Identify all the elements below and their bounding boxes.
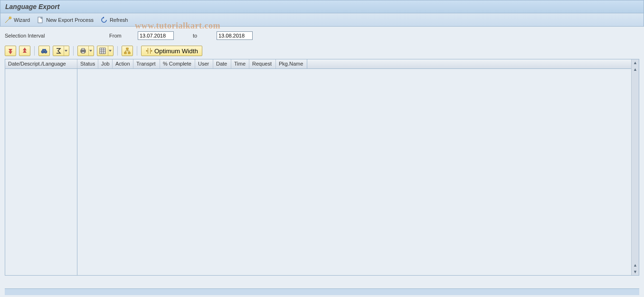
alv-grid: Date/Descript./Language Status Job Actio…	[5, 59, 639, 276]
refresh-label: Refresh	[110, 17, 128, 23]
svg-marker-9	[9, 51, 12, 54]
svg-rect-14	[42, 49, 46, 50]
to-label: to	[193, 33, 212, 38]
optimum-width-label: Optimum Width	[154, 48, 198, 55]
col-time[interactable]: Time	[231, 59, 249, 68]
find-button[interactable]	[38, 46, 50, 56]
scroll-down-button-2[interactable]: ▲	[632, 262, 639, 268]
svg-marker-25	[109, 50, 112, 52]
col-date-descript-language[interactable]: Date/Descript./Language	[5, 59, 77, 68]
col-filler	[307, 59, 631, 68]
to-date-input[interactable]	[217, 31, 253, 40]
col-status[interactable]: Status	[77, 59, 98, 68]
chevron-down-icon	[88, 46, 92, 56]
svg-rect-28	[128, 52, 130, 54]
toolbar-separator	[117, 46, 118, 56]
col-date[interactable]: Date	[213, 59, 231, 68]
printer-icon	[79, 47, 87, 55]
refresh-button[interactable]: Refresh	[100, 16, 128, 24]
from-date-input[interactable]	[138, 31, 174, 40]
grid-body	[5, 69, 631, 275]
col-pkg-name[interactable]: Pkg.Name	[276, 59, 307, 68]
wand-icon	[4, 16, 12, 24]
alv-toolbar: Optimum Width	[0, 46, 644, 59]
svg-rect-20	[100, 48, 105, 54]
toolbar-separator	[34, 46, 35, 56]
scroll-up-button[interactable]: ▲	[632, 59, 639, 66]
from-label: From	[109, 33, 133, 38]
svg-rect-18	[82, 52, 85, 53]
collapse-icon	[21, 47, 28, 55]
svg-marker-36	[151, 50, 152, 52]
collapse-all-button[interactable]	[19, 46, 30, 56]
grid-header-row: Date/Descript./Language Status Job Actio…	[5, 59, 631, 69]
svg-point-12	[41, 50, 44, 53]
app-toolbar: Wizard New Export Process Refresh	[0, 13, 644, 27]
new-export-label: New Export Process	[46, 17, 94, 23]
svg-rect-26	[126, 48, 128, 49]
title-bar: Language Export	[0, 0, 644, 13]
col-job[interactable]: Job	[98, 59, 113, 68]
scroll-down-button[interactable]: ▼	[632, 268, 639, 275]
svg-marker-19	[89, 50, 92, 52]
col-user[interactable]: User	[195, 59, 213, 68]
binoculars-icon	[40, 47, 48, 55]
svg-marker-35	[146, 50, 147, 52]
refresh-icon	[100, 16, 108, 24]
chevron-down-icon	[108, 46, 112, 56]
hierarchy-button[interactable]	[122, 46, 133, 56]
expand-all-button[interactable]	[5, 46, 16, 56]
wizard-button[interactable]: Wizard	[4, 16, 30, 24]
svg-rect-27	[124, 52, 126, 54]
print-button[interactable]	[77, 46, 94, 56]
sigma-icon	[55, 47, 62, 55]
scroll-up-button-2[interactable]: ▲	[632, 66, 639, 73]
column-width-icon	[145, 47, 153, 55]
status-bar	[5, 288, 639, 295]
new-export-button[interactable]: New Export Process	[37, 16, 94, 24]
col-action[interactable]: Action	[113, 59, 133, 68]
col-request[interactable]: Request	[249, 59, 276, 68]
new-document-icon	[37, 16, 44, 24]
svg-point-13	[44, 50, 47, 53]
svg-marker-11	[23, 48, 27, 50]
col-complete[interactable]: % Complete	[160, 59, 195, 68]
layout-button[interactable]	[97, 46, 114, 56]
svg-rect-17	[82, 48, 85, 50]
chevron-down-icon	[64, 46, 67, 56]
toolbar-separator	[73, 46, 74, 56]
svg-point-1	[9, 17, 11, 19]
expand-icon	[7, 47, 14, 55]
toolbar-separator	[137, 46, 137, 56]
svg-marker-15	[65, 50, 67, 52]
svg-rect-34	[150, 48, 151, 54]
selection-interval-row: Selection Interval From to	[0, 27, 644, 46]
svg-line-4	[11, 17, 11, 17]
grid-data-pane	[77, 69, 631, 275]
grid-tree-pane	[5, 69, 77, 275]
hierarchy-icon	[123, 47, 131, 55]
col-transprt[interactable]: Transprt	[133, 59, 160, 68]
page-title: Language Export	[5, 3, 59, 10]
selection-interval-label: Selection Interval	[5, 33, 104, 38]
grid-icon	[99, 47, 106, 55]
optimum-width-button[interactable]: Optimum Width	[141, 46, 202, 56]
vertical-scrollbar[interactable]: ▲ ▲ ▲ ▼	[631, 59, 639, 275]
wizard-label: Wizard	[14, 17, 30, 23]
svg-rect-33	[148, 48, 148, 54]
sum-button[interactable]	[53, 46, 69, 56]
